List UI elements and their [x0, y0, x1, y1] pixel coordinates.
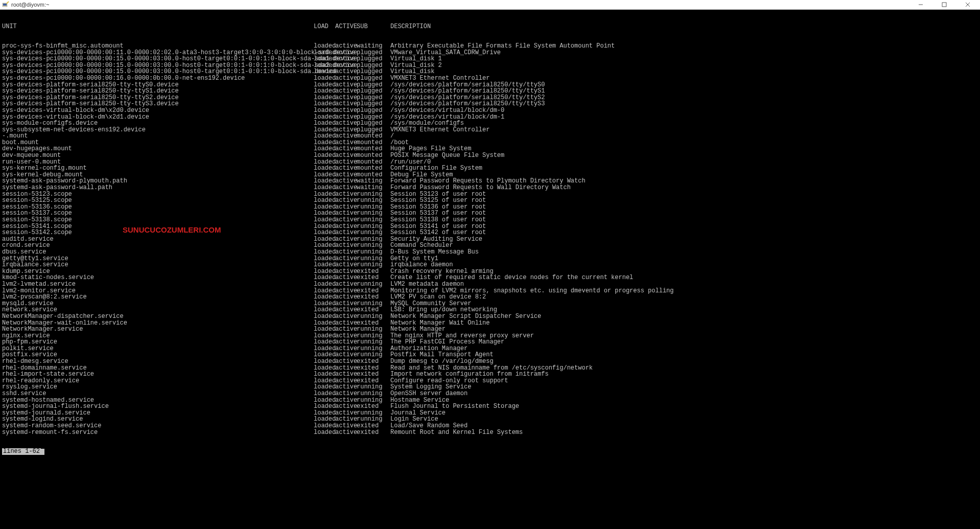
terminal-cursor [41, 449, 44, 455]
unit-name: session-53125.scope [2, 197, 314, 204]
unit-load: loaded [314, 133, 335, 140]
unit-row: sys-devices-virtual-block-dm\x2d1.device… [2, 114, 978, 121]
unit-sub: exited [357, 423, 390, 429]
unit-name: proc-sys-fs-binfmt_misc.automount [2, 43, 314, 50]
unit-load: loaded [314, 152, 335, 159]
unit-name: sshd.service [2, 390, 314, 397]
svg-rect-4 [942, 3, 946, 7]
unit-sub: waiting [357, 43, 390, 50]
unit-sub: plugged [357, 75, 390, 82]
unit-row: systemd-random-seed.serviceloadedactivee… [2, 423, 978, 429]
unit-sub: running [357, 217, 390, 223]
unit-row: sshd.serviceloadedactiverunningOpenSSH s… [2, 390, 978, 397]
unit-name: sys-devices-pci0000:00-0000:00:15.0-0000… [2, 56, 314, 62]
unit-name: sys-module-configfs.device [2, 120, 314, 127]
unit-active: active [335, 281, 357, 288]
unit-row: kmod-static-nodes.serviceloadedactiveexi… [2, 274, 978, 281]
close-button[interactable] [961, 1, 975, 9]
unit-load: loaded [314, 429, 335, 436]
unit-row: sys-kernel-config.mountloadedactivemount… [2, 165, 978, 172]
col-header-unit: UNIT [2, 24, 314, 30]
unit-description: VMXNET3 Ethernet Controller [390, 75, 489, 82]
unit-name: systemd-remount-fs.service [2, 429, 314, 436]
unit-load: loaded [314, 43, 335, 50]
unit-active: active [335, 75, 357, 82]
minimize-button[interactable] [914, 1, 928, 9]
unit-description: Network Manager [390, 326, 446, 333]
unit-sub: plugged [357, 88, 390, 95]
unit-row: lvm2-pvscan@8:2.serviceloadedactiveexite… [2, 294, 978, 301]
unit-row: NetworkManager.serviceloadedactiverunnin… [2, 326, 978, 333]
unit-description: Network Manager Script Dispatcher Servic… [390, 313, 541, 320]
unit-row: session-53123.scopeloadedactiverunningSe… [2, 191, 978, 198]
unit-sub: exited [357, 294, 390, 301]
unit-name: systemd-random-seed.service [2, 423, 314, 429]
window-controls [914, 1, 978, 9]
unit-row: proc-sys-fs-binfmt_misc.automountloadeda… [2, 43, 978, 50]
unit-name: sys-devices-platform-serial8250-tty-ttyS… [2, 88, 314, 95]
unit-row: systemd-remount-fs.serviceloadedactiveex… [2, 429, 978, 436]
unit-sub: plugged [357, 107, 390, 114]
col-header-load: LOAD [314, 24, 335, 30]
window-titlebar: root@diyovm:~ [0, 0, 980, 10]
unit-row: session-53136.scopeloadedactiverunningSe… [2, 204, 978, 211]
unit-active: active [335, 390, 357, 397]
unit-active: active [335, 371, 357, 378]
unit-load: loaded [314, 75, 335, 82]
unit-name: sys-devices-pci0000:00-0000:00:16.0-0000… [2, 75, 314, 82]
unit-sub: running [357, 249, 390, 256]
terminal-pane[interactable]: UNITLOADACTIVESUBDESCRIPTION proc-sys-fs… [0, 10, 980, 529]
unit-description: Dump dmesg to /var/log/dmesg [390, 358, 494, 365]
unit-load: loaded [314, 249, 335, 256]
unit-load: loaded [314, 371, 335, 378]
unit-load: loaded [314, 423, 335, 429]
svg-rect-1 [3, 4, 7, 6]
unit-load: loaded [314, 185, 335, 191]
unit-sub: waiting [357, 185, 390, 191]
unit-load: loaded [314, 339, 335, 346]
maximize-button[interactable] [937, 1, 951, 9]
unit-sub: mounted [357, 165, 390, 172]
unit-description: Flush Journal to Persistent Storage [390, 403, 519, 410]
unit-row: sys-devices-platform-serial8250-tty-ttyS… [2, 88, 978, 95]
unit-active: active [335, 326, 357, 333]
col-header-description: DESCRIPTION [390, 24, 431, 30]
unit-load: loaded [314, 56, 335, 62]
unit-description: Session 53142 of user root [390, 229, 486, 236]
unit-row: rsyslog.serviceloadedactiverunningSystem… [2, 384, 978, 390]
unit-row: lvm2-lvmetad.serviceloadedactiverunningL… [2, 281, 978, 288]
unit-description: irqbalance daemon [390, 262, 453, 268]
unit-row: session-53125.scopeloadedactiverunningSe… [2, 197, 978, 204]
unit-name: dbus.service [2, 249, 314, 256]
header-row: UNITLOADACTIVESUBDESCRIPTION [2, 24, 978, 30]
unit-sub: running [357, 339, 390, 346]
unit-name: NetworkManager.service [2, 326, 314, 333]
unit-row: dbus.serviceloadedactiverunningD-Bus Sys… [2, 249, 978, 256]
unit-row: rhel-dmesg.serviceloadedactiveexitedDump… [2, 358, 978, 365]
unit-sub: running [357, 313, 390, 320]
unit-name: sys-kernel-config.mount [2, 165, 314, 172]
unit-row: php-fpm.serviceloadedactiverunningThe PH… [2, 339, 978, 346]
unit-description: Configuration File System [390, 165, 482, 172]
unit-sub: exited [357, 371, 390, 378]
unit-active: active [335, 313, 357, 320]
unit-sub: plugged [357, 120, 390, 127]
unit-load: loaded [314, 197, 335, 204]
unit-description: Load/Save Random Seed [390, 423, 468, 429]
unit-row: lvm2-monitor.serviceloadedactiveexitedMo… [2, 288, 978, 294]
unit-row: session-53141.scopeloadedactiverunningSe… [2, 223, 978, 230]
unit-load: loaded [314, 217, 335, 223]
unit-sub: mounted [357, 133, 390, 140]
unit-row: sys-module-configfs.deviceloadedactivepl… [2, 120, 978, 127]
unit-description: /sys/devices/platform/serial8250/tty/tty… [390, 88, 545, 95]
unit-active: active [335, 262, 357, 268]
unit-sub: exited [357, 429, 390, 436]
unit-name: lvm2-pvscan@8:2.service [2, 294, 314, 301]
unit-name: NetworkManager-dispatcher.service [2, 313, 314, 320]
unit-sub: running [357, 229, 390, 236]
unit-row: -.mountloadedactivemounted/ [2, 133, 978, 140]
unit-description: Virtual_disk 1 [390, 56, 442, 62]
unit-active: active [335, 43, 357, 50]
unit-name: systemd-ask-password-wall.path [2, 185, 314, 191]
unit-row: systemd-ask-password-wall.pathloadedacti… [2, 185, 978, 191]
